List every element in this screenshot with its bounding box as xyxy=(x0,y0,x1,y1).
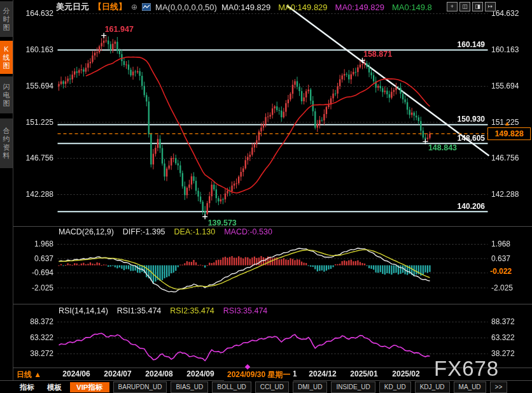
macd-axis-left-2: -0.694 xyxy=(14,268,53,277)
toolbar-item-VIP指标[interactable]: VIP指标 xyxy=(70,382,109,392)
rsi3-value: RSI3:35.474 xyxy=(223,306,268,315)
date-label-2025/02: 2025/02 xyxy=(388,369,424,378)
level-label-150.930: 150.930 xyxy=(443,115,485,124)
date-label-2024/06: 2024/06 xyxy=(59,369,94,378)
toolbar-item-KDJ_UD[interactable]: KDJ_UD xyxy=(415,382,450,393)
macd-axis-left-1: 0.637 xyxy=(14,254,53,263)
sidebar-tab-1[interactable]: 分时图 xyxy=(0,1,13,37)
level-label-148.605: 148.605 xyxy=(443,134,485,143)
annotation-148.843: 148.843 xyxy=(428,143,457,152)
toolbar-item-模板[interactable]: 模板 xyxy=(43,382,66,392)
annotation-161.947: 161.947 xyxy=(105,25,134,34)
rsi-axis-left-1: 63.322 xyxy=(14,333,53,342)
price-axis-right-1: 160.163 xyxy=(491,45,519,54)
date-label-2024/08: 2024/08 xyxy=(141,369,177,378)
price-axis-left-5: 142.288 xyxy=(14,190,53,199)
panel-divider xyxy=(13,304,532,304)
toolbar-item-BARUPDN_UD[interactable]: BARUPDN_UD xyxy=(113,382,167,393)
annotation-139.573: 139.573 xyxy=(208,218,237,227)
toolbar-item-指标[interactable]: 指标 xyxy=(15,382,39,392)
toolbar-item-BOLL_UD[interactable]: BOLL_UD xyxy=(212,382,251,393)
ma-value-3: MA0:149.8 xyxy=(392,3,432,12)
toolbar-item-DMI_UD[interactable]: DMI_UD xyxy=(293,382,327,393)
symbol-title: 美元日元 xyxy=(56,1,89,13)
rsi1-value: RSI1:35.474 xyxy=(117,306,162,315)
rsi2-value: RSI2:35.474 xyxy=(170,306,214,315)
rsi-axis-right-0: 88.372 xyxy=(491,317,515,326)
toolbar-item-CCI_UD[interactable]: CCI_UD xyxy=(255,382,289,393)
date-label-2025/01: 2025/01 xyxy=(346,369,382,378)
date-label-2024/09: 2024/09 xyxy=(183,369,218,378)
date-tooltip: 2024/09/30 星期一 xyxy=(224,369,293,381)
level-label-140.206: 140.206 xyxy=(443,202,485,211)
macd-dea-value: DEA:-1.130 xyxy=(174,227,216,236)
price-up-arrow-icon: ▲ xyxy=(504,120,510,127)
chart-canvas[interactable] xyxy=(0,0,532,393)
period-selector[interactable]: 日线 ▲ xyxy=(17,369,41,380)
rsi-axis-right-1: 63.322 xyxy=(491,333,515,342)
price-axis-right-4: 146.756 xyxy=(491,154,519,162)
price-axis-left-4: 146.756 xyxy=(14,154,53,162)
trading-app: 分时图K线图闪电图合约资料 美元日元 【日线】 ⊕ MA(0,0,0,0,0,5… xyxy=(0,0,532,393)
rsi-axis-left-2: 38.272 xyxy=(14,349,53,358)
macd-title: MACD(26,12,9) xyxy=(59,227,114,236)
macd-axis-right-2: -2.025 xyxy=(491,283,513,292)
sidebar-divider xyxy=(13,0,13,380)
price-axis-left-3: 151.225 xyxy=(14,118,53,127)
current-price-badge: 149.828 xyxy=(487,127,531,140)
date-label-2024/07: 2024/07 xyxy=(100,369,136,378)
price-axis-right-2: 155.694 xyxy=(491,82,519,90)
macd-axis-right-0: 1.968 xyxy=(491,239,510,248)
toolbar-item-INSIDE_UD[interactable]: INSIDE_UD xyxy=(331,382,375,393)
chart-window-icons: +◫◨↦ xyxy=(447,2,496,11)
crosshair-icon[interactable]: + xyxy=(447,2,458,11)
toolbar-item-KD_UD[interactable]: KD_UD xyxy=(379,382,411,393)
macd-axis-left-3: -2.025 xyxy=(14,283,53,292)
indicator-toolbar: 指标模板VIP指标BARUPDN_UDBIAS_UDBOLL_UDCCI_UDD… xyxy=(0,381,532,393)
pan-axis-icon[interactable]: ◨ xyxy=(472,2,483,11)
date-label-2024/12: 2024/12 xyxy=(305,369,340,378)
watermark: FX678 xyxy=(434,357,499,381)
price-axis-left-1: 160.163 xyxy=(14,45,53,54)
chart-header: 美元日元 【日线】 ⊕ MA(0,0,0,0,0,50) MA0:149.829… xyxy=(56,1,432,13)
shift-data-icon[interactable]: ↦ xyxy=(485,2,496,11)
left-tab-bar: 分时图K线图闪电图合约资料 xyxy=(0,0,13,380)
sidebar-tab-2[interactable]: K线图 xyxy=(0,41,13,74)
macd-axis-right-1: 0.637 xyxy=(491,254,510,263)
macd-header: MACD(26,12,9) DIFF:-1.395 DEA:-1.130 MAC… xyxy=(59,227,272,236)
ma-value-2: MA0:149.829 xyxy=(335,3,384,12)
panel-divider xyxy=(13,226,532,227)
ma-value-0: MA0:149.829 xyxy=(221,3,270,12)
macd-value-badge: -0.022 xyxy=(490,267,526,276)
ma-settings: MA(0,0,0,0,0,50) xyxy=(155,3,217,12)
macd-diff-value: DIFF:-1.395 xyxy=(123,227,165,236)
ma-value-1: MA0:149.829 xyxy=(278,3,327,12)
annotation-158.871: 158.871 xyxy=(363,50,392,59)
rsi-axis-left-0: 88.372 xyxy=(14,317,53,326)
zoom-axis-icon[interactable]: ◫ xyxy=(459,2,470,11)
price-axis-left-2: 155.694 xyxy=(14,82,53,90)
period-tag[interactable]: 【日线】 xyxy=(94,1,127,13)
rsi-title: RSI(14,14,14) xyxy=(59,306,108,315)
ma-values: MA0:149.829MA0:149.829MA0:149.829MA0:149… xyxy=(221,3,432,12)
price-axis-left-0: 164.632 xyxy=(14,9,53,18)
toolbar-item-MA_UD[interactable]: MA_UD xyxy=(454,382,486,393)
toolbar-item->>[interactable]: >> xyxy=(490,382,508,393)
toolbar-item-BIAS_UD[interactable]: BIAS_UD xyxy=(171,382,208,393)
rsi-header: RSI(14,14,14) RSI1:35.474 RSI2:35.474 RS… xyxy=(59,306,267,315)
price-axis-right-5: 142.288 xyxy=(491,190,519,199)
sidebar-tab-4[interactable]: 合约资料 xyxy=(0,118,13,168)
macd-macd-value: MACD:-0.530 xyxy=(224,227,272,236)
macd-axis-left-0: 1.968 xyxy=(14,239,53,248)
mini-chart-icon xyxy=(142,3,151,11)
sidebar-tab-3[interactable]: 闪电图 xyxy=(0,76,13,113)
add-indicator-icon[interactable]: ⊕ xyxy=(131,3,137,11)
level-label-160.149: 160.149 xyxy=(443,40,485,49)
